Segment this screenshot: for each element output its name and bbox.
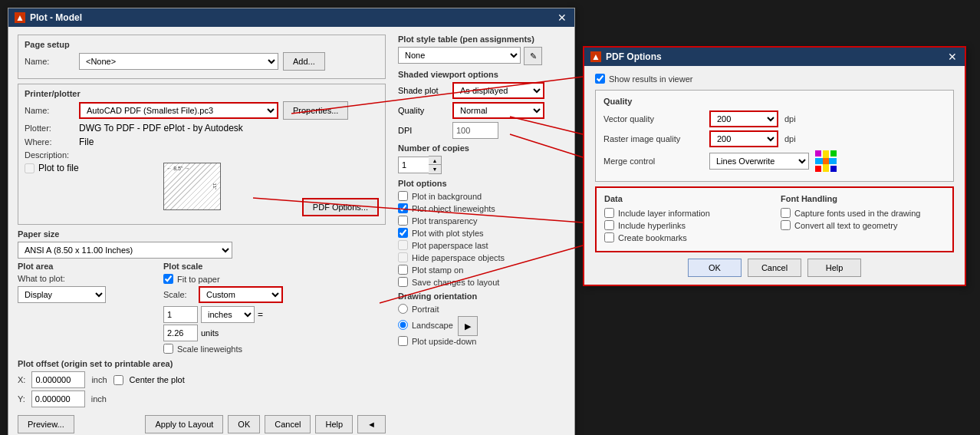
copies-input[interactable] (398, 157, 429, 173)
back-arrow-button[interactable]: ◄ (357, 415, 386, 433)
y-unit: inch (91, 394, 107, 404)
upside-down-checkbox[interactable] (398, 336, 408, 346)
dpi-input[interactable] (452, 122, 498, 139)
hide-paperspace-label: Hide paperspace objects (412, 253, 505, 262)
data-section-title: Data (604, 194, 768, 203)
capture-fonts-checkbox[interactable] (781, 208, 791, 218)
raster-quality-label: Raster image quality (603, 134, 703, 143)
page-name-select[interactable]: <None> (79, 53, 278, 70)
plot-transparency-checkbox[interactable] (398, 216, 408, 226)
add-button[interactable]: Add... (283, 52, 325, 71)
scale-lineweights-checkbox[interactable] (163, 344, 173, 354)
raster-quality-select[interactable]: 200 (709, 130, 778, 147)
num-copies-label: Number of copies (398, 143, 565, 153)
copies-down-button[interactable]: ▼ (429, 165, 441, 173)
convert-text-checkbox[interactable] (781, 220, 791, 230)
page-setup-group: Page setup Name: <None> Add... (18, 35, 386, 79)
font-handling-title: Font Handling (781, 194, 945, 203)
pdf-close-button[interactable]: ✕ (946, 51, 959, 62)
pdf-options-button[interactable]: PDF Options... (302, 198, 379, 216)
show-results-label: Show results in viewer (609, 74, 692, 84)
include-hyperlinks-checkbox[interactable] (604, 220, 614, 230)
plot-paperspace-last-checkbox[interactable] (398, 240, 408, 250)
raster-dpi-label: dpi (784, 134, 796, 143)
include-layer-checkbox[interactable] (604, 208, 614, 218)
convert-text-label: Convert all text to geometry (794, 221, 898, 230)
page-setup-label: Page setup (25, 40, 379, 49)
quality-select[interactable]: Normal (452, 102, 544, 119)
dpi-label: DPI (398, 126, 448, 135)
plot-to-file-checkbox[interactable] (25, 163, 35, 173)
plot-help-button[interactable]: Help (315, 415, 353, 433)
printer-plotter-label: Printer/plotter (25, 89, 379, 98)
plot-lineweights-label: Plot object lineweights (412, 204, 495, 213)
plot-stamp-checkbox[interactable] (398, 265, 408, 275)
scale-select[interactable]: Custom (199, 286, 283, 303)
save-changes-label: Save changes to layout (412, 278, 499, 287)
plotter-value: DWG To PDF - PDF ePlot - by Autodesk (79, 123, 243, 133)
properties-button[interactable]: Properties... (283, 101, 348, 120)
printer-name-select[interactable]: AutoCAD PDF (Smallest File).pc3 (79, 102, 278, 119)
x-offset-input[interactable] (31, 371, 85, 388)
x-unit: inch (91, 375, 107, 384)
plot-style-select[interactable]: None (398, 47, 521, 64)
landscape-radio[interactable] (398, 320, 408, 330)
plot-area-label: Plot area (18, 262, 156, 271)
scale-unit2: units (201, 328, 219, 338)
merge-control-label: Merge control (603, 157, 703, 166)
plot-cancel-button[interactable]: Cancel (265, 415, 311, 433)
shade-plot-select[interactable]: As displayed (452, 82, 544, 99)
portrait-radio[interactable] (398, 304, 408, 314)
merge-color-icon (815, 150, 837, 172)
landscape-label: Landscape (412, 321, 453, 330)
plot-lineweights-checkbox[interactable] (398, 203, 408, 213)
plot-style-edit-button[interactable]: ✎ (524, 47, 542, 65)
copies-up-button[interactable]: ▲ (429, 157, 441, 165)
orientation-icon-button[interactable]: ▶ (458, 316, 478, 336)
portrait-label: Portrait (412, 305, 439, 314)
pdf-cancel-button[interactable]: Cancel (748, 259, 801, 277)
shaded-viewport-label: Shaded viewport options (398, 70, 565, 79)
capture-fonts-label: Capture fonts used in the drawing (794, 209, 921, 218)
scale-unit1-select[interactable]: inches (201, 306, 255, 323)
plot-ok-button[interactable]: OK (228, 415, 260, 433)
center-plot-checkbox[interactable] (113, 375, 123, 385)
plot-style-table-label: Plot style table (pen assignments) (398, 35, 565, 44)
plot-with-styles-checkbox[interactable] (398, 228, 408, 238)
svg-rect-5 (815, 166, 821, 172)
show-results-checkbox[interactable] (595, 74, 605, 84)
plot-background-checkbox[interactable] (398, 191, 408, 201)
where-value: File (79, 137, 94, 147)
create-bookmarks-checkbox[interactable] (604, 232, 614, 242)
plot-close-button[interactable]: ✕ (556, 12, 568, 23)
fit-to-paper-label: Fit to paper (177, 275, 220, 284)
landscape-icon: ▶ (465, 321, 471, 331)
vector-quality-select[interactable]: 200 (709, 110, 778, 127)
plot-title-icon: ▲ (15, 12, 25, 23)
scale-value2-input[interactable] (163, 325, 198, 341)
scale-label: Scale: (163, 290, 194, 299)
pdf-dialog-title: PDF Options (606, 51, 662, 62)
hide-paperspace-checkbox[interactable] (398, 252, 408, 262)
pdf-ok-button[interactable]: OK (688, 259, 742, 277)
plotter-label: Plotter: (25, 124, 74, 133)
preview-button[interactable]: Preview... (18, 415, 74, 433)
plot-stamp-label: Plot stamp on (412, 265, 463, 275)
y-offset-input[interactable] (31, 391, 85, 407)
pdf-help-button[interactable]: Help (807, 259, 861, 277)
scale-value1-input[interactable] (163, 306, 198, 323)
what-to-plot-select[interactable]: Display (18, 286, 106, 303)
printer-name-label: Name: (25, 106, 74, 115)
fit-to-paper-checkbox[interactable] (163, 274, 173, 284)
paper-size-select[interactable]: ANSI A (8.50 x 11.00 Inches) (18, 242, 232, 259)
shade-plot-label: Shade plot (398, 86, 448, 95)
drawing-orientation-label: Drawing orientation (398, 292, 565, 301)
apply-to-layout-button[interactable]: Apply to Layout (145, 415, 223, 433)
merge-control-select[interactable]: Lines Overwrite (709, 153, 809, 170)
plot-dialog-title: Plot - Model (30, 12, 82, 23)
plot-dialog: ▲ Plot - Model ✕ Page setup Name: <None>… (8, 8, 575, 435)
paper-size-label: Paper size (18, 229, 386, 239)
y-label: Y: (18, 394, 25, 404)
x-label: X: (18, 375, 25, 384)
save-changes-checkbox[interactable] (398, 277, 408, 287)
